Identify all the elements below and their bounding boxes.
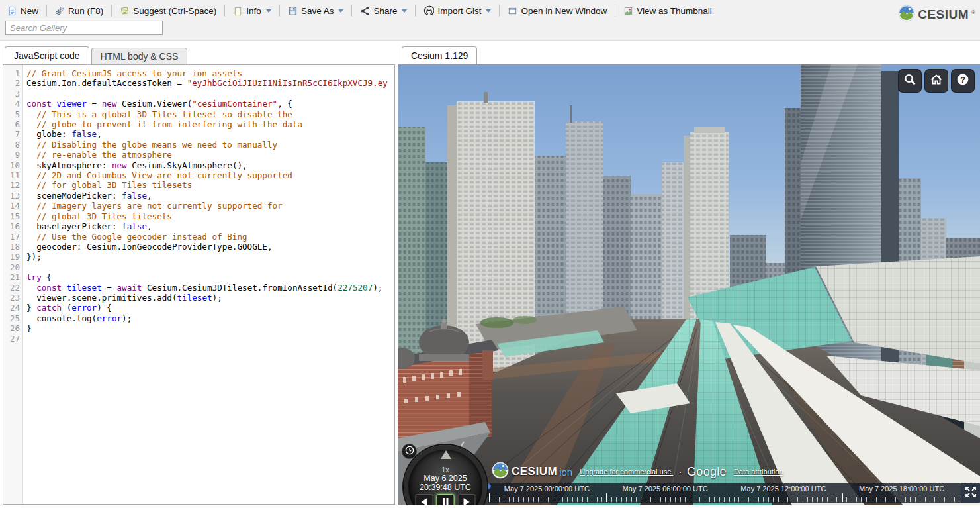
timeline-label: May 7 2025 00:00:00 UTC	[488, 483, 606, 494]
save-as-button[interactable]: Save As	[286, 5, 346, 17]
code-line[interactable]: } catch (error) {	[26, 303, 394, 313]
new-file-icon	[7, 6, 17, 16]
code-line[interactable]	[26, 334, 394, 344]
cesium-ion-brand[interactable]: CESIUM	[512, 465, 557, 478]
timeline-label: May 7 2025 12:00:00 UTC	[725, 483, 843, 494]
tab-javascript-code[interactable]: JavaScript code	[5, 46, 89, 64]
line-number: 14	[3, 201, 22, 211]
code-line[interactable]: // Imagery layers are not currently supp…	[26, 201, 394, 211]
code-line[interactable]: sceneModePicker: false,	[26, 191, 394, 201]
code-line[interactable]: globe: false,	[26, 129, 394, 139]
code-line[interactable]: // re-enable the atmosphere	[26, 150, 394, 160]
new-button[interactable]: New	[5, 5, 40, 17]
data-attribution-link[interactable]: Data attribution	[734, 468, 783, 476]
tab-html-body-css[interactable]: HTML body & CSS	[91, 48, 188, 64]
cesium-ion-suffix[interactable]: ion	[559, 466, 572, 478]
animation-time: 20:39:48 UTC	[408, 483, 482, 492]
view-as-thumbnail-button[interactable]: View as Thumbnail	[621, 5, 714, 17]
home-button[interactable]	[924, 69, 948, 93]
code-line[interactable]: console.log(error);	[26, 313, 394, 323]
animation-widget: 1x May 6 2025 20:39:48 UTC	[401, 444, 490, 505]
viewer-pane: Cesium 1.129	[398, 47, 980, 505]
chevron-down-icon	[486, 9, 491, 13]
thumbnail-icon	[623, 6, 633, 16]
line-number: 6	[3, 119, 22, 129]
toolbar-button-label: Run (F8)	[68, 6, 103, 16]
cesium-ion-globe-icon	[492, 462, 509, 482]
code-line[interactable]: const tileset = await Cesium.Cesium3DTil…	[26, 283, 394, 293]
upgrade-link[interactable]: Upgrade for commercial use.	[580, 468, 673, 476]
app-toolbar: NewRun (F8)Suggest (Ctrl-Space)InfoSave …	[0, 0, 980, 41]
toolbar-separator	[415, 5, 416, 17]
toolbar-separator	[224, 5, 225, 17]
open-in-new-window-button[interactable]: Open in New Window	[506, 5, 609, 17]
shuttle-ring-pointer[interactable]	[441, 450, 451, 459]
toolbar-separator	[499, 5, 500, 17]
pause-icon	[443, 498, 445, 505]
code-line[interactable]: // Use the Google geocoder instead of Bi…	[26, 232, 394, 242]
toolbar-button-label: View as Thumbnail	[637, 6, 712, 16]
pause-button[interactable]	[437, 494, 455, 505]
code-line[interactable]: viewer.scene.primitives.add(tileset);	[26, 293, 394, 303]
cesium-3d-scene[interactable]	[398, 64, 980, 505]
code-line[interactable]: // Disabling the globe means we need to …	[26, 140, 394, 150]
line-number: 12	[3, 180, 22, 190]
code-content[interactable]: // Grant CesiumJS access to your ion ass…	[23, 65, 394, 504]
code-line[interactable]: // global 3D Tiles tilesets	[26, 211, 394, 221]
info-button[interactable]: Info	[231, 5, 273, 17]
code-line[interactable]: const viewer = new Cesium.Viewer("cesium…	[26, 99, 394, 109]
fullscreen-button[interactable]	[961, 483, 980, 503]
code-line[interactable]: geocoder: Cesium.IonGeocodeProviderType.…	[26, 242, 394, 252]
line-number: 11	[3, 170, 22, 180]
cesium-viewer[interactable]: ? 1x May 6 2025 20:39:48 UTC CESIUM ion …	[398, 64, 980, 505]
code-editor-pane: JavaScript codeHTML body & CSS 123456789…	[3, 47, 396, 505]
search-input[interactable]	[5, 21, 163, 35]
toolbar-separator	[46, 5, 47, 17]
code-line[interactable]: // globe to prevent it from interfering …	[26, 119, 394, 129]
code-line[interactable]: });	[26, 252, 394, 262]
import-gist-button[interactable]: Import Gist	[422, 5, 493, 17]
help-button[interactable]: ?	[951, 69, 975, 93]
timeline[interactable]: May 7 2025 00:00:00 UTCMay 7 2025 06:00:…	[488, 483, 961, 503]
svg-text:?: ?	[960, 76, 965, 85]
toolbar-button-label: Info	[246, 6, 261, 16]
code-line[interactable]: try {	[26, 272, 394, 282]
line-number: 4	[3, 99, 22, 109]
tab-cesium-version[interactable]: Cesium 1.129	[402, 46, 477, 64]
save-icon	[288, 6, 298, 16]
line-number: 17	[3, 232, 22, 242]
animation-speed: 1x	[408, 466, 482, 474]
credit-separator: ·	[678, 466, 682, 477]
play-forward-button[interactable]	[458, 494, 476, 505]
play-reverse-icon	[422, 498, 427, 506]
code-line[interactable]: // Grant CesiumJS access to your ion ass…	[26, 68, 394, 78]
realtime-clock-button[interactable]	[402, 444, 417, 459]
code-line[interactable]: baseLayerPicker: false,	[26, 221, 394, 231]
code-line[interactable]	[26, 89, 394, 99]
code-line[interactable]: skyAtmosphere: new Cesium.SkyAtmosphere(…	[26, 160, 394, 170]
chevron-down-icon	[266, 9, 271, 13]
run-f8-button[interactable]: Run (F8)	[53, 5, 105, 17]
code-line[interactable]: }	[26, 323, 394, 333]
line-number: 16	[3, 221, 22, 231]
timeline-labels: May 7 2025 00:00:00 UTCMay 7 2025 06:00:…	[488, 483, 961, 494]
suggest-ctrl-space-button[interactable]: Suggest (Ctrl-Space)	[118, 5, 218, 17]
geocoder-search-button[interactable]	[898, 69, 922, 93]
line-number: 24	[3, 303, 22, 313]
code-editor[interactable]: 1234567891011121314151617181920212223242…	[3, 64, 395, 505]
line-number: 8	[3, 140, 22, 150]
toolbar-separator	[615, 5, 615, 17]
line-number: 13	[3, 191, 22, 201]
chevron-down-icon	[338, 9, 343, 13]
play-reverse-button[interactable]	[416, 494, 433, 505]
code-line[interactable]: Cesium.Ion.defaultAccessToken = "eyJhbGc…	[26, 78, 394, 88]
share-button[interactable]: Share	[358, 5, 409, 17]
animation-buttons	[416, 494, 476, 505]
code-line[interactable]: // for global 3D Tiles tilesets	[26, 180, 394, 190]
code-line[interactable]: // 2D and Columbus View are not currentl…	[26, 170, 394, 180]
viewer-toolbar: ?	[898, 69, 975, 93]
line-number: 5	[3, 109, 22, 119]
code-line[interactable]	[26, 262, 394, 272]
code-line[interactable]: // This is a global 3D Tiles tileset so …	[26, 109, 394, 119]
line-number: 26	[3, 323, 22, 333]
